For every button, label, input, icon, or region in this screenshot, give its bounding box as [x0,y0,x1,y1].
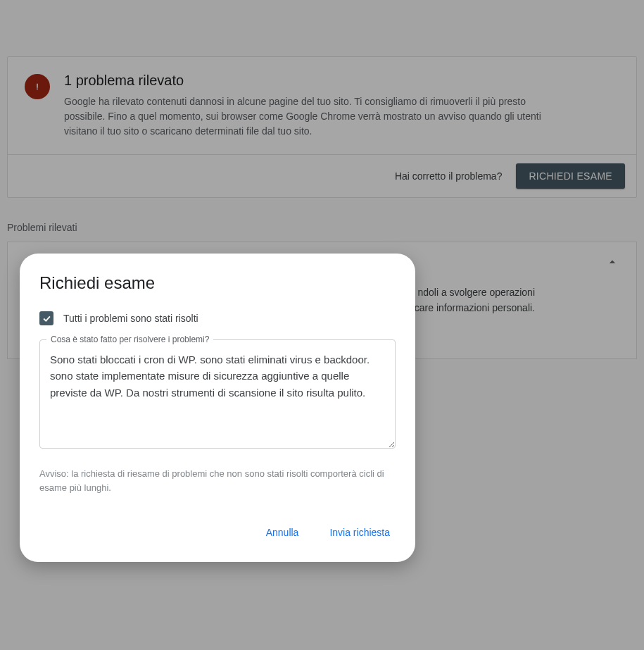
resolution-textarea[interactable] [39,339,396,449]
modal-title: Richiedi esame [39,273,396,293]
modal-actions: Annulla Invia richiesta [39,523,396,542]
modal-notice: Avviso: la richiesta di riesame di probl… [39,467,396,494]
cancel-button[interactable]: Annulla [260,523,305,542]
problems-resolved-checkbox[interactable] [39,311,53,325]
textarea-wrapper: Cosa è stato fatto per risolvere i probl… [39,339,396,451]
textarea-label: Cosa è stato fatto per risolvere i probl… [46,335,213,344]
request-review-modal: Richiedi esame Tutti i problemi sono sta… [20,254,415,562]
checkbox-label: Tutti i problemi sono stati risolti [63,313,198,324]
submit-button[interactable]: Invia richiesta [324,523,396,542]
checkbox-row: Tutti i problemi sono stati risolti [39,311,396,325]
